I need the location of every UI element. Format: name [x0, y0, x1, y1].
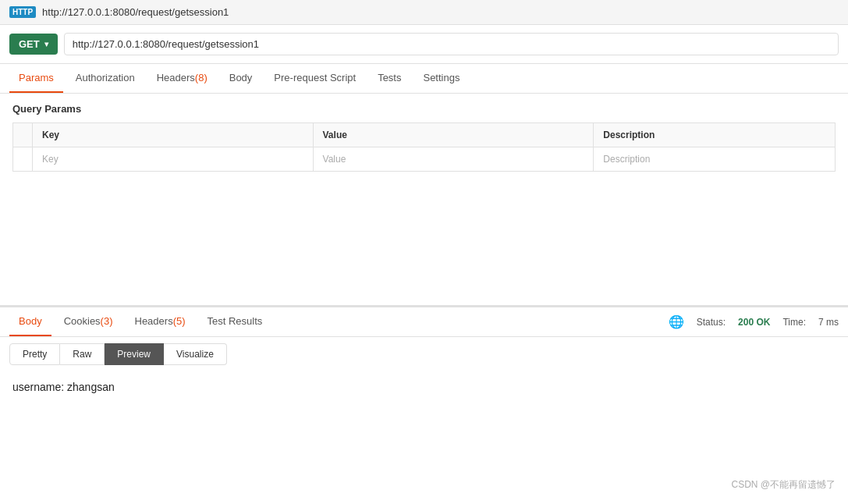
http-badge: HTTP [9, 6, 36, 18]
response-meta: 🌐 Status: 200 OK Time: 7 ms [669, 314, 839, 329]
response-body: username: zhangsan [0, 371, 848, 403]
view-tab-preview[interactable]: Preview [105, 343, 164, 365]
response-tab-body[interactable]: Body [9, 307, 51, 336]
method-label: GET [19, 38, 40, 50]
row-value[interactable]: Value [313, 147, 594, 172]
tab-prerequest[interactable]: Pre-request Script [264, 64, 365, 93]
col-checkbox [13, 123, 33, 147]
method-select[interactable]: GET ▾ [9, 34, 58, 55]
http-icon: HTTP [9, 6, 36, 18]
time-label: Time: [782, 317, 806, 328]
col-key: Key [33, 123, 314, 147]
request-bar: GET ▾ [0, 25, 848, 64]
col-description: Description [594, 123, 836, 147]
tab-headers[interactable]: Headers(8) [147, 64, 217, 93]
row-key[interactable]: Key [33, 147, 314, 172]
tab-settings[interactable]: Settings [413, 64, 469, 93]
address-bar-url: http://127.0.0.1:8080/request/getsession… [42, 6, 229, 18]
view-tab-raw[interactable]: Raw [60, 343, 105, 365]
response-tab-cookies[interactable]: Cookies(3) [55, 307, 122, 336]
request-tabs: Params Authorization Headers(8) Body Pre… [0, 64, 848, 94]
empty-space [0, 181, 848, 306]
status-label: Status: [697, 317, 726, 328]
response-section: Body Cookies(3) Headers(5) Test Results … [0, 306, 848, 403]
tab-tests[interactable]: Tests [368, 64, 410, 93]
query-params-section: Query Params Key Value Description Key V… [0, 94, 848, 181]
response-tab-testresults[interactable]: Test Results [198, 307, 272, 336]
tab-params[interactable]: Params [9, 64, 63, 93]
view-tab-visualize[interactable]: Visualize [164, 343, 227, 365]
url-input[interactable] [64, 33, 839, 55]
query-params-title: Query Params [12, 103, 836, 115]
chevron-down-icon: ▾ [44, 40, 48, 48]
response-tabs: Body Cookies(3) Headers(5) Test Results [9, 307, 271, 336]
tab-authorization[interactable]: Authorization [66, 64, 144, 93]
time-value: 7 ms [818, 317, 839, 328]
address-bar: HTTP http://127.0.0.1:8080/request/getse… [0, 0, 848, 25]
response-header: Body Cookies(3) Headers(5) Test Results … [0, 307, 848, 337]
row-checkbox [13, 147, 33, 172]
view-tab-pretty[interactable]: Pretty [9, 343, 60, 365]
params-table: Key Value Description Key Value Descript… [12, 122, 836, 172]
table-row: Key Value Description [13, 147, 836, 172]
col-value: Value [313, 123, 594, 147]
row-description[interactable]: Description [594, 147, 836, 172]
globe-icon: 🌐 [669, 314, 684, 329]
view-tabs: Pretty Raw Preview Visualize [0, 337, 848, 371]
response-tab-headers[interactable]: Headers(5) [126, 307, 195, 336]
status-value: 200 OK [738, 317, 770, 328]
tab-body[interactable]: Body [220, 64, 262, 93]
